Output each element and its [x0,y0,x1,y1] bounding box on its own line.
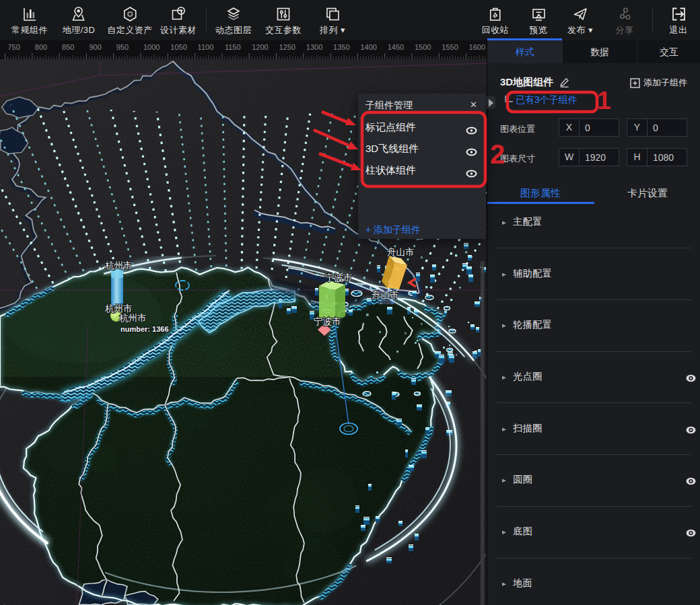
svg-text:800: 800 [35,43,47,51]
svg-text:1600: 1600 [469,43,485,51]
svg-text:1100: 1100 [198,43,214,51]
svg-text:900: 900 [89,43,101,51]
svg-text:950: 950 [116,43,129,51]
svg-text:1200: 1200 [252,43,268,51]
svg-text:舟山市: 舟山市 [372,290,399,300]
svg-text:杭州市: 杭州市 [105,304,133,314]
svg-text:1250: 1250 [279,43,295,51]
svg-text:1150: 1150 [225,43,241,51]
svg-text:750: 750 [8,43,20,51]
svg-text:宁波市: 宁波市 [314,316,341,326]
svg-text:1550: 1550 [442,43,458,51]
svg-text:1400: 1400 [360,43,376,51]
svg-text:1000: 1000 [143,43,160,51]
svg-text:1450: 1450 [388,43,404,51]
svg-text:舟山市: 舟山市 [387,247,415,257]
svg-text:1050: 1050 [170,43,186,51]
svg-text:850: 850 [62,43,74,51]
svg-text:宁波市: 宁波市 [325,273,353,283]
svg-text:1300: 1300 [306,43,322,51]
svg-text:杭州市: 杭州市 [119,313,147,323]
svg-text:杭州市: 杭州市 [105,260,133,271]
svg-text:number: 1366: number: 1366 [120,325,169,333]
svg-text:1500: 1500 [415,43,431,51]
svg-text:1350: 1350 [333,43,349,51]
